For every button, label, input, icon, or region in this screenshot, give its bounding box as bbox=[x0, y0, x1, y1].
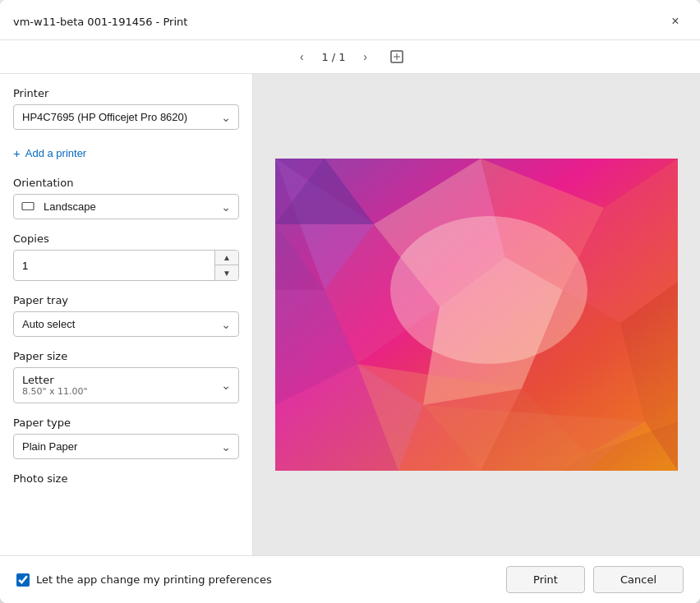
print-preview bbox=[275, 159, 678, 471]
paper-tray-label: Paper tray bbox=[13, 294, 239, 306]
add-printer-button[interactable]: + Add a printer bbox=[13, 143, 86, 163]
left-panel: Printer HP4C7695 (HP Officejet Pro 8620)… bbox=[0, 74, 253, 555]
photo-size-label: Photo size bbox=[13, 472, 239, 485]
copies-label: Copies bbox=[13, 232, 239, 245]
paper-type-label: Paper type bbox=[13, 417, 239, 429]
paper-type-select[interactable]: Plain PaperPhoto PaperGlossy bbox=[13, 434, 239, 459]
copies-input[interactable] bbox=[14, 254, 214, 278]
preferences-checkbox[interactable] bbox=[16, 573, 30, 587]
paper-size-dimensions: 8.50" x 11.00" bbox=[22, 386, 88, 397]
orientation-label: Orientation bbox=[13, 177, 239, 189]
paper-size-label: Paper size bbox=[13, 350, 239, 362]
next-page-button[interactable]: › bbox=[356, 47, 375, 67]
plus-icon: + bbox=[13, 146, 21, 160]
main-content: Printer HP4C7695 (HP Officejet Pro 8620)… bbox=[0, 74, 700, 555]
paper-size-wrapper: Letter 8.50" x 11.00" bbox=[13, 367, 239, 403]
printer-label: Printer bbox=[13, 87, 239, 99]
copies-spinners: ▲ ▼ bbox=[214, 251, 238, 280]
title-bar: vm-w11-beta 001-191456 - Print × bbox=[0, 0, 700, 40]
svg-point-22 bbox=[390, 216, 587, 364]
nav-bar: ‹ 1 / 1 › bbox=[0, 40, 700, 74]
add-printer-label: Add a printer bbox=[25, 147, 86, 159]
copies-increment-button[interactable]: ▲ bbox=[215, 251, 238, 265]
printer-select[interactable]: HP4C7695 (HP Officejet Pro 8620)Microsof… bbox=[13, 104, 239, 130]
paper-type-group: Paper type Plain PaperPhoto PaperGlossy bbox=[13, 417, 239, 459]
orientation-dropdown-wrapper: PortraitLandscape bbox=[13, 194, 239, 219]
print-dialog: vm-w11-beta 001-191456 - Print × ‹ 1 / 1… bbox=[0, 0, 700, 603]
window-title: vm-w11-beta 001-191456 - Print bbox=[13, 16, 187, 28]
paper-tray-dropdown-wrapper: Auto selectTray 1Tray 2 bbox=[13, 311, 239, 337]
cancel-button[interactable]: Cancel bbox=[593, 566, 684, 593]
footer-buttons: Print Cancel bbox=[506, 566, 684, 593]
fit-page-button[interactable] bbox=[385, 45, 408, 68]
checkbox-text: Let the app change my printing preferenc… bbox=[36, 573, 272, 586]
paper-tray-select[interactable]: Auto selectTray 1Tray 2 bbox=[13, 311, 239, 337]
photo-size-group: Photo size bbox=[13, 472, 239, 485]
copies-decrement-button[interactable]: ▼ bbox=[215, 265, 238, 280]
orientation-select[interactable]: PortraitLandscape bbox=[13, 194, 239, 219]
printer-dropdown-wrapper: HP4C7695 (HP Officejet Pro 8620)Microsof… bbox=[13, 104, 239, 130]
page-indicator: 1 / 1 bbox=[321, 51, 345, 63]
paper-size-name: Letter bbox=[22, 374, 54, 386]
fit-icon bbox=[389, 49, 404, 64]
paper-size-group: Paper size Letter 8.50" x 11.00" bbox=[13, 350, 239, 403]
right-panel bbox=[253, 74, 700, 555]
prev-page-button[interactable]: ‹ bbox=[292, 47, 311, 67]
copies-control: ▲ ▼ bbox=[13, 250, 239, 281]
print-button[interactable]: Print bbox=[506, 566, 585, 593]
footer: Let the app change my printing preferenc… bbox=[0, 555, 700, 603]
copies-group: Copies ▲ ▼ bbox=[13, 232, 239, 281]
paper-tray-group: Paper tray Auto selectTray 1Tray 2 bbox=[13, 294, 239, 337]
paper-type-dropdown-wrapper: Plain PaperPhoto PaperGlossy bbox=[13, 434, 239, 459]
printer-group: Printer HP4C7695 (HP Officejet Pro 8620)… bbox=[13, 87, 239, 130]
paper-size-dropdown[interactable]: Letter 8.50" x 11.00" bbox=[13, 367, 239, 403]
checkbox-label[interactable]: Let the app change my printing preferenc… bbox=[16, 573, 272, 587]
orientation-group: Orientation PortraitLandscape bbox=[13, 177, 239, 219]
add-printer-group: + Add a printer bbox=[13, 143, 239, 163]
close-button[interactable]: × bbox=[664, 10, 687, 33]
